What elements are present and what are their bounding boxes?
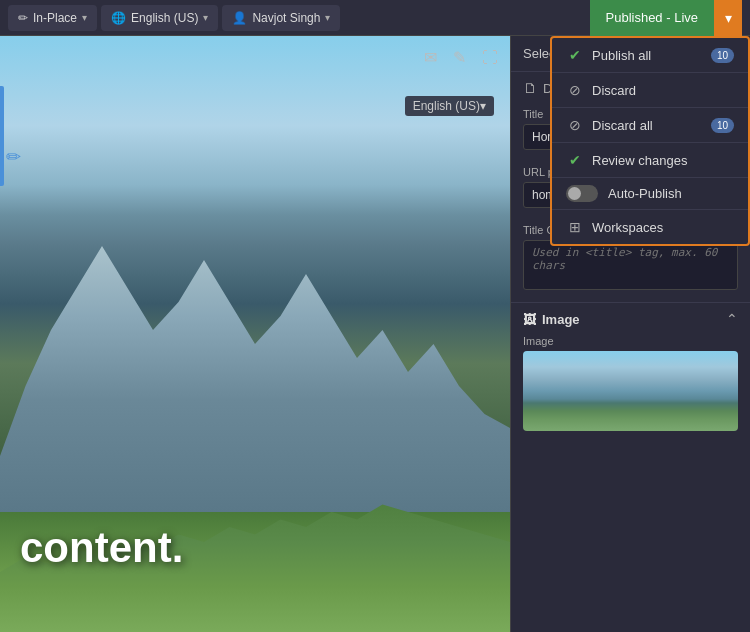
chevron-down-icon-user: ▾	[325, 12, 330, 23]
published-live-label: Published - Live	[606, 10, 699, 25]
email-icon-button[interactable]: ✉	[420, 44, 441, 71]
publish-all-label: Publish all	[592, 48, 651, 63]
discard-item[interactable]: ⊘ Discard	[552, 73, 748, 108]
image-thumbnail[interactable]	[523, 351, 738, 431]
discard-all-left: ⊘ Discard all	[566, 117, 653, 133]
image-label: Image	[511, 335, 750, 351]
edit-icon-button[interactable]: ✎	[449, 44, 470, 71]
auto-publish-label: Auto-Publish	[608, 186, 682, 201]
workspaces-left: ⊞ Workspaces	[566, 219, 663, 235]
caret-icon: ▾	[725, 10, 732, 26]
pencil-icon: ✏	[18, 11, 28, 25]
chevron-down-icon: ▾	[82, 12, 87, 23]
toolbar-left: ✏ In-Place ▾ 🌐 English (US) ▾ 👤 Navjot S…	[8, 5, 340, 31]
pencil-edit-indicator: ✏	[6, 146, 21, 168]
user-label: Navjot Singh	[252, 11, 320, 25]
image-section-header: 🖼 Image ⌃	[511, 302, 750, 335]
publish-indicator[interactable]: ▾	[714, 0, 742, 36]
content-area: ✉ ✎ ⛶ English (US)▾ ✏ content.	[0, 36, 510, 632]
title-override-input[interactable]	[523, 240, 738, 290]
publish-all-left: ✔ Publish all	[566, 47, 651, 63]
publish-dropdown-menu: ✔ Publish all 10 ⊘ Discard ⊘ Discard all…	[550, 36, 750, 246]
publish-all-badge: 10	[711, 48, 734, 63]
review-changes-left: ✔ Review changes	[566, 152, 687, 168]
user-icon: 👤	[232, 11, 247, 25]
discard-label: Discard	[592, 83, 636, 98]
image-section-label: Image	[542, 312, 580, 327]
left-blue-indicator	[0, 86, 4, 186]
globe-icon: 🌐	[111, 11, 126, 25]
workspaces-icon: ⊞	[566, 219, 584, 235]
review-changes-label: Review changes	[592, 153, 687, 168]
discard-icon: ⊘	[566, 82, 584, 98]
image-icon: 🖼	[523, 312, 536, 327]
language-label: English (US)	[131, 11, 198, 25]
discard-all-label: Discard all	[592, 118, 653, 133]
checkmark-icon: ✔	[566, 47, 584, 63]
language-button[interactable]: 🌐 English (US) ▾	[101, 5, 218, 31]
top-toolbar: ✏ In-Place ▾ 🌐 English (US) ▾ 👤 Navjot S…	[0, 0, 750, 36]
auto-publish-toggle[interactable]	[566, 185, 598, 202]
workspaces-label: Workspaces	[592, 220, 663, 235]
publish-all-item[interactable]: ✔ Publish all 10	[552, 38, 748, 73]
user-button[interactable]: 👤 Navjot Singh ▾	[222, 5, 340, 31]
discard-all-item[interactable]: ⊘ Discard all 10	[552, 108, 748, 143]
review-icon: ✔	[566, 152, 584, 168]
content-top-icons: ✉ ✎ ⛶	[420, 44, 502, 71]
auto-publish-row: Auto-Publish	[552, 178, 748, 210]
language-badge[interactable]: English (US)▾	[405, 96, 494, 116]
edit-mode-button[interactable]: ✏ In-Place ▾	[8, 5, 97, 31]
hero-text: content.	[20, 524, 183, 572]
toolbar-right: Published - Live ▾	[590, 0, 743, 36]
review-changes-item[interactable]: ✔ Review changes	[552, 143, 748, 178]
published-live-button[interactable]: Published - Live	[590, 0, 715, 36]
chevron-expand-icon[interactable]: ⌃	[726, 311, 738, 327]
discard-left: ⊘ Discard	[566, 82, 636, 98]
workspaces-item[interactable]: ⊞ Workspaces	[552, 210, 748, 244]
document-icon: 🗋	[523, 80, 537, 96]
edit-mode-label: In-Place	[33, 11, 77, 25]
expand-icon-button[interactable]: ⛶	[478, 45, 502, 71]
chevron-down-icon-lang: ▾	[203, 12, 208, 23]
main-layout: ✉ ✎ ⛶ English (US)▾ ✏ content. Select 🌐 …	[0, 36, 750, 632]
image-section-title: 🖼 Image	[523, 312, 580, 327]
discard-all-badge: 10	[711, 118, 734, 133]
lang-badge-text: English (US)▾	[413, 99, 486, 113]
discard-all-icon: ⊘	[566, 117, 584, 133]
